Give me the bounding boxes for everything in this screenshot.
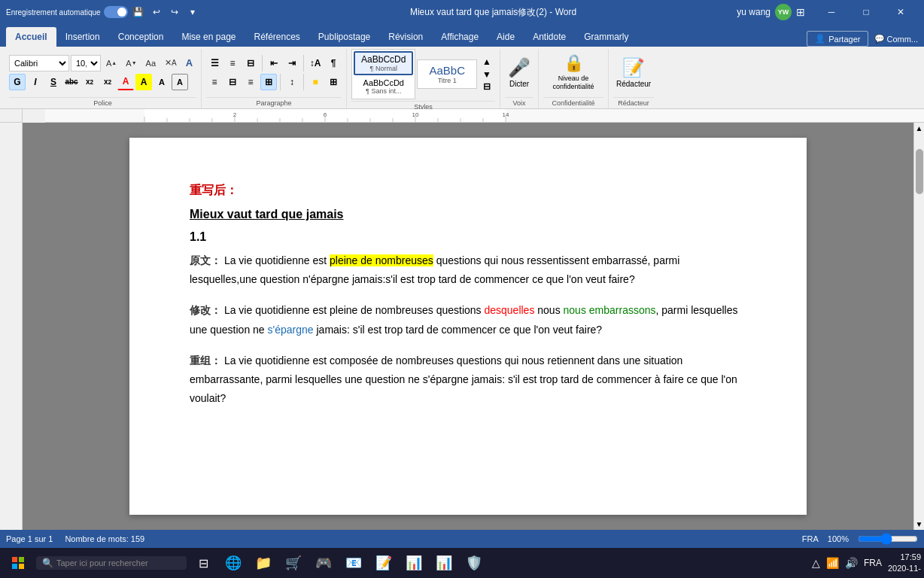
document-area[interactable]: 重写后： Mieux vaut tard que jamais 1.1 原文： … (23, 123, 913, 530)
align-left-button[interactable]: ≡ (206, 74, 223, 90)
tab-publipostage[interactable]: Publipostage (309, 27, 379, 47)
search-bar[interactable]: 🔍 Taper ici pour rechercher (36, 556, 187, 570)
doc-rewrite-paragraph: 重组： La vie quotidienne est composée de n… (190, 351, 746, 409)
comments-icon: 💬 (874, 34, 885, 44)
tab-revision[interactable]: Révision (379, 27, 432, 47)
font-size-select[interactable]: 10,5 (71, 55, 101, 71)
word-taskbar-icon[interactable]: 📝 (370, 549, 397, 576)
shrink-font-button[interactable]: A▼ (122, 57, 140, 69)
multilevel-button[interactable]: ⊟ (242, 55, 259, 71)
mail-icon[interactable]: 📧 (340, 549, 367, 576)
grow-font-button[interactable]: A▲ (102, 57, 120, 69)
save-icon[interactable]: 💾 (132, 6, 144, 18)
tab-conception[interactable]: Conception (109, 27, 173, 47)
sort-button[interactable]: ↕A (307, 55, 324, 71)
customize-icon[interactable]: ▾ (187, 6, 199, 18)
align-right-button[interactable]: ≡ (242, 74, 259, 90)
align-center-button[interactable]: ⊟ (224, 74, 241, 90)
ruler-corner (0, 109, 23, 123)
strikethrough-button[interactable]: abc (63, 74, 80, 90)
ribbon-group-paragraphe: ☰ ≡ ⊟ ⇤ ⇥ ↕A ¶ ≡ ⊟ (203, 49, 347, 108)
para-marks-button[interactable]: ¶ (325, 55, 342, 71)
scrollbar-vertical[interactable]: ▲ ▼ (913, 123, 924, 530)
highlight-button[interactable]: A (135, 74, 152, 90)
subscript-button[interactable]: x2 (81, 74, 98, 90)
start-button[interactable] (3, 548, 33, 578)
document-title: Mieux vaut tard que jamais修改(2) - Word (250, 6, 737, 19)
comments-button[interactable]: 💬 Comm... (874, 34, 918, 44)
justify-button[interactable]: ⊞ (260, 74, 277, 90)
restore-button[interactable]: □ (849, 0, 883, 24)
tab-insertion[interactable]: Insertion (56, 27, 109, 47)
minimize-button[interactable]: ─ (814, 0, 849, 24)
font-name-select[interactable]: Calibri (9, 55, 69, 71)
scroll-down-arrow[interactable]: ▼ (914, 519, 924, 530)
borders-button[interactable]: ⊞ (325, 74, 342, 90)
task-view-icon[interactable]: ⊟ (190, 549, 217, 576)
confidentialite-top: 🔒 Niveau de confidentialité (543, 49, 603, 96)
svg-rect-23 (12, 557, 17, 562)
styles-expand[interactable]: ⊟ (479, 81, 495, 93)
styles-scroll-up[interactable]: ▲ (479, 56, 495, 68)
toggle-knob (117, 8, 126, 17)
bullets-button[interactable]: ☰ (206, 55, 223, 71)
store-icon[interactable]: 🛒 (280, 549, 307, 576)
apps-icon[interactable]: 🎮 (310, 549, 337, 576)
underline-button[interactable]: S (45, 74, 62, 90)
powerpoint-icon[interactable]: 📊 (430, 549, 457, 576)
volume-icon[interactable]: 🔊 (845, 557, 858, 569)
antivirus-icon[interactable]: 🛡️ (460, 549, 488, 576)
decrease-indent-button[interactable]: ⇤ (266, 55, 282, 71)
undo-icon[interactable]: ↩ (150, 6, 163, 18)
explorer-icon[interactable]: 📁 (250, 549, 277, 576)
styles-scroll-down[interactable]: ▼ (479, 68, 495, 81)
dicter-label: Dicter (509, 80, 529, 88)
char-border-button[interactable]: A (172, 74, 188, 90)
svg-text:14: 14 (503, 111, 509, 118)
autosave-label: Enregistrement automatique (6, 8, 101, 17)
italic-button[interactable]: I (27, 74, 44, 90)
numbering-button[interactable]: ≡ (224, 55, 241, 71)
font-color-button[interactable]: A (117, 74, 134, 90)
clear-format-button[interactable]: ✕A (161, 56, 181, 69)
tab-references[interactable]: Références (245, 27, 309, 47)
tab-mise-en-page[interactable]: Mise en page (172, 27, 245, 47)
tab-antidote[interactable]: Antidote (524, 27, 575, 47)
tab-grammarly[interactable]: Grammarly (575, 27, 637, 47)
redo-icon[interactable]: ↪ (169, 6, 181, 18)
autosave-toggle[interactable]: Enregistrement automatique (6, 6, 128, 18)
style-normal[interactable]: AaBbCcDd ¶ Normal (354, 51, 413, 75)
notification-icon[interactable]: △ (812, 557, 820, 569)
edge-icon[interactable]: 🌐 (220, 549, 247, 576)
tab-aide[interactable]: Aide (488, 27, 524, 47)
increase-indent-button[interactable]: ⇥ (284, 55, 300, 71)
language-bar[interactable]: FRA (864, 558, 882, 568)
style-titre1[interactable]: AaBbC Titre 1 (422, 62, 472, 87)
scrollbar-thumb[interactable] (916, 149, 923, 194)
ribbon-group-voix: 🎤 Dicter Voix (502, 49, 539, 108)
confidentialite-label: Confidentialité (543, 97, 603, 108)
zoom-slider[interactable] (858, 533, 918, 545)
close-button[interactable]: ✕ (883, 0, 918, 24)
excel-icon[interactable]: 📊 (400, 549, 427, 576)
style-sans-preview: AaBbCcDd (363, 78, 404, 87)
autosave-switch[interactable] (104, 6, 128, 18)
network-icon[interactable]: 📶 (826, 557, 839, 569)
style-titre-preview: AaBbC (429, 64, 465, 77)
bold-button[interactable]: G (9, 74, 26, 90)
user-info: yu wang YW ⊞ (737, 4, 805, 20)
char-shading-button[interactable]: A (153, 74, 170, 90)
shading-button[interactable]: ■ (307, 74, 324, 90)
superscript-button[interactable]: x2 (99, 74, 116, 90)
tab-accueil[interactable]: Accueil (6, 27, 56, 47)
tab-affichage[interactable]: Affichage (432, 27, 488, 47)
share-button[interactable]: 👤 Partager (807, 31, 868, 47)
style-sans-int[interactable]: AaBbCcDd ¶ Sans int... (354, 76, 413, 97)
scroll-up-arrow[interactable]: ▲ (914, 123, 924, 134)
change-case-button[interactable]: Aa (142, 57, 160, 69)
redacteur-top: 📝 Rédacteur (613, 49, 654, 96)
text-effects-button[interactable]: A (182, 56, 196, 70)
layout-icon[interactable]: ⊞ (796, 6, 805, 18)
line-spacing-button[interactable]: ↕ (284, 74, 300, 90)
windows-icon (12, 557, 24, 569)
